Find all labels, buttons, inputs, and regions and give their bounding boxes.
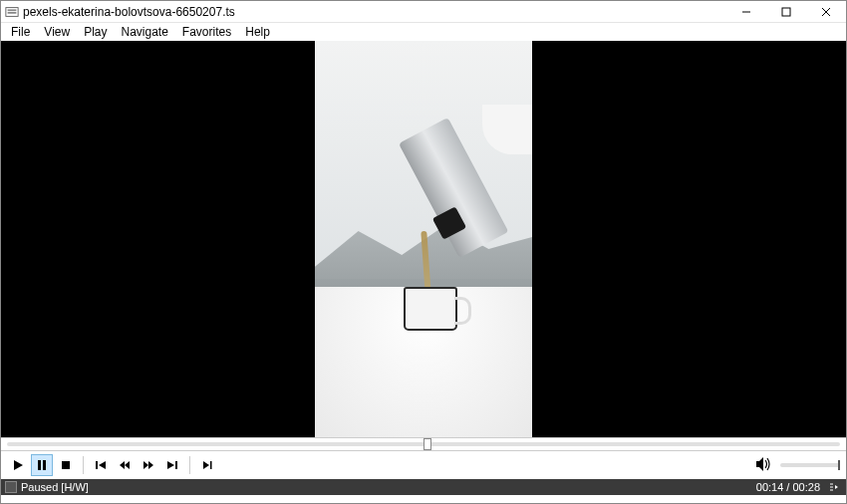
svg-rect-20 — [210, 461, 212, 469]
svg-marker-19 — [203, 461, 209, 469]
seek-track[interactable] — [7, 442, 840, 446]
svg-marker-21 — [756, 457, 763, 471]
svg-marker-13 — [120, 461, 125, 469]
menubar: File View Play Navigate Favorites Help — [1, 23, 846, 41]
window-title: pexels-ekaterina-bolovtsova-6650207.ts — [23, 5, 726, 19]
video-frame — [315, 41, 532, 437]
play-button[interactable] — [7, 454, 29, 476]
svg-marker-15 — [143, 461, 148, 469]
step-button[interactable] — [196, 454, 218, 476]
seek-thumb[interactable] — [424, 438, 431, 450]
seekbar[interactable] — [1, 437, 846, 451]
menu-favorites[interactable]: Favorites — [176, 24, 237, 40]
svg-rect-1 — [8, 9, 17, 11]
menu-play[interactable]: Play — [78, 24, 113, 40]
status-toggle-icon[interactable] — [826, 481, 842, 493]
close-button[interactable] — [806, 1, 846, 23]
video-area[interactable] — [1, 41, 846, 437]
svg-rect-2 — [8, 12, 17, 14]
svg-marker-12 — [99, 461, 106, 469]
svg-marker-25 — [835, 485, 838, 489]
svg-rect-18 — [175, 461, 177, 469]
playback-controls — [1, 451, 846, 479]
stop-button[interactable] — [55, 454, 77, 476]
svg-marker-7 — [14, 460, 23, 470]
rewind-button[interactable] — [114, 454, 136, 476]
window-controls — [726, 1, 846, 23]
svg-rect-8 — [38, 460, 41, 470]
volume-icon[interactable] — [754, 455, 772, 476]
app-icon — [5, 5, 19, 19]
svg-marker-14 — [125, 461, 130, 469]
status-icon — [5, 481, 17, 493]
menu-help[interactable]: Help — [239, 24, 276, 40]
svg-marker-17 — [167, 461, 174, 469]
maximize-button[interactable] — [766, 1, 806, 23]
separator — [189, 456, 190, 474]
svg-rect-4 — [782, 8, 790, 16]
statusbar: Paused [H/W] 00:14 / 00:28 — [1, 479, 846, 495]
svg-marker-16 — [148, 461, 153, 469]
svg-rect-9 — [43, 460, 46, 470]
svg-rect-10 — [62, 461, 70, 469]
volume-slider[interactable] — [780, 463, 840, 467]
titlebar: pexels-ekaterina-bolovtsova-6650207.ts — [1, 1, 846, 23]
menu-file[interactable]: File — [5, 24, 36, 40]
forward-button[interactable] — [138, 454, 159, 476]
status-text: Paused [H/W] — [21, 481, 756, 493]
status-time: 00:14 / 00:28 — [756, 481, 820, 493]
previous-button[interactable] — [90, 454, 112, 476]
pause-button[interactable] — [31, 454, 53, 476]
minimize-button[interactable] — [726, 1, 766, 23]
next-button[interactable] — [161, 454, 183, 476]
menu-view[interactable]: View — [38, 24, 76, 40]
menu-navigate[interactable]: Navigate — [115, 24, 173, 40]
svg-rect-11 — [96, 461, 98, 469]
separator — [83, 456, 84, 474]
